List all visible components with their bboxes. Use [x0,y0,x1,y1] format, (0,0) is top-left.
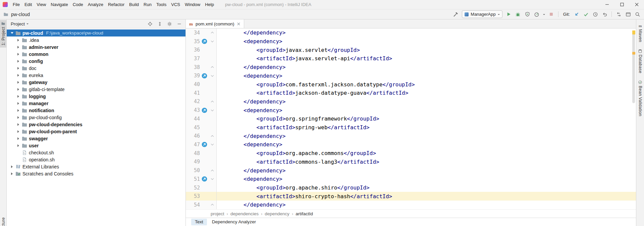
commit-icon[interactable] [583,11,589,17]
tree-item-swagger[interactable]: swagger [7,135,185,142]
tool-window-tab-maven[interactable]: mMaven [638,23,643,42]
tree-item--idea[interactable]: .idea [7,36,185,44]
fold-end-marker-icon[interactable] [209,66,216,69]
fold-start-marker-icon[interactable] [209,41,216,42]
code-line-51[interactable]: 51 <dependency> [186,175,636,183]
editor-gutter[interactable]: 52 [186,183,217,192]
tree-expand-arrow-icon[interactable] [15,102,21,105]
tree-item-gateway[interactable]: gateway [7,79,185,86]
tree-expand-arrow-icon[interactable] [15,53,21,56]
code-text[interactable]: <dependency> [218,176,282,182]
menu-edit[interactable]: Edit [22,0,34,9]
update-project-icon[interactable] [573,11,580,17]
tree-item-logging[interactable]: logging [7,93,185,100]
gear-icon[interactable] [166,21,172,27]
code-text[interactable]: <groupId>org.apache.shiro</groupId> [218,184,370,191]
code-line-42[interactable]: 42 </dependency> [186,97,636,106]
fold-end-marker-icon[interactable] [209,169,216,172]
history-icon[interactable] [592,11,598,17]
editor-gutter[interactable]: 51 [186,175,217,183]
menu-navigate[interactable]: Navigate [48,0,70,9]
tree-expand-arrow-icon[interactable] [15,123,21,126]
tool-window-tab-project[interactable]: 1: Project [0,20,6,48]
code-text[interactable]: <artifactId>spring-web</artifactId> [218,124,370,131]
menu-code[interactable]: Code [70,0,86,9]
scrollbar-thumb[interactable] [632,31,635,103]
editor-gutter[interactable]: 44 [186,115,217,123]
code-text[interactable]: </dependency> [218,29,285,36]
code-line-54[interactable]: 54 </dependency> [186,201,636,209]
editor-scrollbar[interactable] [631,28,636,209]
search-icon[interactable] [634,11,641,17]
editor-gutter[interactable]: 43 [186,106,217,115]
collapse-all-icon[interactable] [157,21,163,27]
tree-item-external-libraries[interactable]: External Libraries [7,163,185,170]
tree-item-pw-cloud-config[interactable]: pw-cloud-config [7,114,185,121]
close-button[interactable] [629,0,644,9]
project-view-chevron-down-icon[interactable] [26,23,29,25]
code-line-44[interactable]: 44 <groupId>org.springframework</groupId… [186,115,636,123]
code-text[interactable]: <groupId>javax.servlet</groupId> [218,47,360,53]
window-layout-icon[interactable] [625,11,631,17]
code-line-39[interactable]: 39 <dependency> [186,72,636,80]
code-line-45[interactable]: 45 <artifactId>spring-web</artifactId> [186,123,636,132]
tree-item-manager[interactable]: manager [7,100,185,107]
fold-end-marker-icon[interactable] [209,203,216,206]
code-line-35[interactable]: 35 <dependency> [186,37,636,46]
compare-icon[interactable] [615,11,622,17]
editor-gutter[interactable]: 40 [186,80,217,89]
code-line-41[interactable]: 41 <artifactId>jackson-datatype-guava</a… [186,89,636,97]
breadcrumb-project[interactable]: project [211,211,224,216]
code-editor[interactable]: 34 </dependency>35 <dependency>36 <group… [186,28,636,209]
code-text[interactable]: <dependency> [218,38,282,45]
code-text[interactable]: <groupId>com.fasterxml.jackson.datatype<… [218,81,415,88]
warning-stripe-mark[interactable] [632,52,635,55]
code-line-34[interactable]: 34 </dependency> [186,28,636,37]
fold-start-marker-icon[interactable] [209,110,216,111]
tree-item-pw-cloud[interactable]: pw-cloudF:\java_workspace\pw-cloud [7,29,185,36]
editor-gutter[interactable]: 42 [186,97,217,106]
editor-gutter[interactable]: 37 [186,54,217,63]
fold-start-marker-icon[interactable] [209,144,216,145]
editor-gutter[interactable]: 47 [186,140,217,149]
fold-end-marker-icon[interactable] [209,135,216,138]
tree-item-pw-cloud-dependencies[interactable]: pw-cloud-dependencies [7,121,185,128]
code-line-49[interactable]: 49 <artifactId>commons-lang3</artifactId… [186,158,636,166]
code-line-46[interactable]: 46 </dependency> [186,132,636,140]
code-text[interactable]: <dependency> [218,107,282,114]
warning-stripe-mark[interactable] [632,30,635,34]
editor-gutter[interactable]: 41 [186,89,217,97]
tree-item-doc[interactable]: doc [7,65,185,72]
locate-file-icon[interactable] [147,21,153,27]
tree-expand-arrow-icon[interactable] [15,116,21,119]
editor-gutter[interactable]: 45 [186,123,217,132]
tree-expand-arrow-icon[interactable] [15,39,21,42]
fold-start-marker-icon[interactable] [209,178,216,179]
tree-item-checkout-sh[interactable]: checkout.sh [7,149,185,156]
code-text[interactable]: <artifactId>shiro-crypto-hash</artifactI… [218,193,392,200]
breadcrumb-artifactId[interactable]: artifactId [296,211,313,216]
fold-start-marker-icon[interactable] [209,75,216,76]
code-line-37[interactable]: 37 <artifactId>javax.servlet-api</artifa… [186,54,636,63]
code-line-38[interactable]: 38 </dependency> [186,63,636,72]
code-line-52[interactable]: 52 <groupId>org.apache.shiro</groupId> [186,183,636,192]
code-text[interactable]: <groupId>org.springframework</groupId> [218,116,379,122]
tree-expand-arrow-icon[interactable] [9,32,15,34]
code-text[interactable]: </dependency> [218,64,285,70]
editor-gutter[interactable]: 53 [186,192,217,201]
breadcrumb-dependencies[interactable]: dependencies [230,211,259,216]
tree-expand-arrow-icon[interactable] [15,74,21,77]
tree-expand-arrow-icon[interactable] [15,137,21,140]
tree-item-scratches-and-consoles[interactable]: Scratches and Consoles [7,170,185,177]
fold-end-marker-icon[interactable] [209,100,216,103]
code-line-50[interactable]: 50 </dependency> [186,166,636,175]
tool-window-tab-bean-validation[interactable]: Bean Validation [638,80,643,116]
code-text[interactable]: <artifactId>commons-lang3</artifactId> [218,159,379,165]
tree-item-user[interactable]: user [7,142,185,149]
tree-expand-arrow-icon[interactable] [9,165,15,168]
editor-tab-pom-xml[interactable]: m pom.xml (common) [186,19,244,28]
tree-expand-arrow-icon[interactable] [15,67,21,70]
maximize-button[interactable] [614,0,629,9]
tree-item-admin-server[interactable]: admin-server [7,44,185,51]
run-configuration-select[interactable]: ManagerApp [462,10,502,18]
